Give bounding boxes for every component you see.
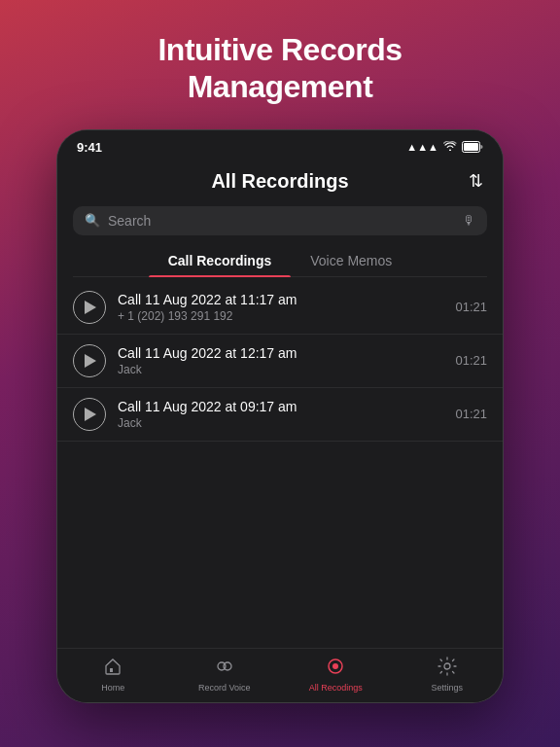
hero-text-wrapper: Intuitive RecordsManagement — [119, 0, 440, 129]
bottom-tab-bar: Home Record Voice All Re — [57, 648, 503, 702]
record-voice-icon — [214, 657, 235, 681]
recording-info-1: Call 11 Aug 2022 at 11:17 am + 1 (202) 1… — [118, 292, 443, 323]
signal-icon: ▲▲▲ — [406, 141, 438, 153]
svg-rect-2 — [110, 668, 113, 672]
search-input[interactable]: Search — [108, 213, 455, 229]
home-icon — [103, 657, 122, 681]
all-recordings-label: All Recodings — [309, 683, 363, 693]
recording-subtitle-1: + 1 (202) 193 291 192 — [118, 309, 443, 323]
search-bar[interactable]: 🔍 Search 🎙 — [73, 206, 487, 235]
bottom-tab-all-recordings[interactable]: All Recodings — [306, 657, 365, 693]
battery-icon — [462, 141, 483, 153]
recording-item[interactable]: Call 11 Aug 2022 at 11:17 am + 1 (202) 1… — [57, 281, 503, 335]
svg-point-7 — [444, 663, 450, 669]
app-header-title: All Recordings — [211, 170, 348, 193]
bottom-tab-settings[interactable]: Settings — [418, 657, 476, 693]
tabs-bar: Call Recordings Voice Memos — [73, 245, 487, 277]
tab-voice-memos[interactable]: Voice Memos — [291, 245, 411, 276]
play-button-1[interactable] — [73, 291, 106, 324]
play-icon-3 — [85, 408, 96, 421]
svg-point-6 — [332, 663, 338, 669]
recording-title-2: Call 11 Aug 2022 at 12:17 am — [118, 345, 443, 361]
recording-info-3: Call 11 Aug 2022 at 09:17 am Jack — [118, 399, 443, 430]
home-label: Home — [101, 683, 124, 693]
app-content: All Recordings ⇅ 🔍 Search 🎙 Call Recordi… — [57, 159, 503, 648]
status-bar: 9:41 ▲▲▲ — [57, 130, 503, 159]
play-button-3[interactable] — [73, 398, 106, 431]
hero-title: Intuitive RecordsManagement — [119, 0, 440, 129]
recording-subtitle-2: Jack — [118, 363, 443, 376]
status-time: 9:41 — [77, 140, 102, 155]
bottom-tab-home[interactable]: Home — [84, 657, 142, 693]
play-icon-1 — [85, 301, 96, 314]
settings-label: Settings — [431, 683, 463, 693]
recordings-list: Call 11 Aug 2022 at 11:17 am + 1 (202) 1… — [57, 277, 503, 648]
wifi-icon — [443, 140, 457, 154]
mic-icon: 🎙 — [463, 213, 475, 228]
record-voice-label: Record Voice — [198, 683, 251, 693]
recording-duration-3: 01:21 — [455, 407, 487, 421]
recording-duration-1: 01:21 — [455, 300, 487, 314]
status-icons: ▲▲▲ — [406, 140, 483, 154]
recording-item-2[interactable]: Call 11 Aug 2022 at 12:17 am Jack 01:21 — [57, 335, 503, 388]
bottom-tab-record-voice[interactable]: Record Voice — [195, 657, 254, 693]
svg-rect-1 — [464, 143, 478, 151]
recording-item-3[interactable]: Call 11 Aug 2022 at 09:17 am Jack 01:21 — [57, 388, 503, 442]
phone-wrapper: 9:41 ▲▲▲ — [56, 129, 504, 747]
svg-point-4 — [224, 662, 231, 670]
recording-title-1: Call 11 Aug 2022 at 11:17 am — [118, 292, 443, 307]
app-header: All Recordings ⇅ — [57, 159, 503, 200]
play-icon-2 — [85, 354, 96, 368]
phone-frame: 9:41 ▲▲▲ — [56, 129, 504, 703]
recording-title-3: Call 11 Aug 2022 at 09:17 am — [118, 399, 443, 414]
tab-call-recordings[interactable]: Call Recordings — [149, 245, 292, 276]
play-button-2[interactable] — [73, 344, 106, 377]
recording-duration-2: 01:21 — [455, 353, 487, 368]
all-recordings-icon — [326, 657, 345, 681]
recording-subtitle-3: Jack — [118, 416, 443, 430]
sort-button[interactable]: ⇅ — [469, 170, 483, 192]
settings-icon — [438, 657, 457, 681]
search-icon: 🔍 — [85, 213, 100, 228]
recording-info-2: Call 11 Aug 2022 at 12:17 am Jack — [118, 345, 443, 376]
